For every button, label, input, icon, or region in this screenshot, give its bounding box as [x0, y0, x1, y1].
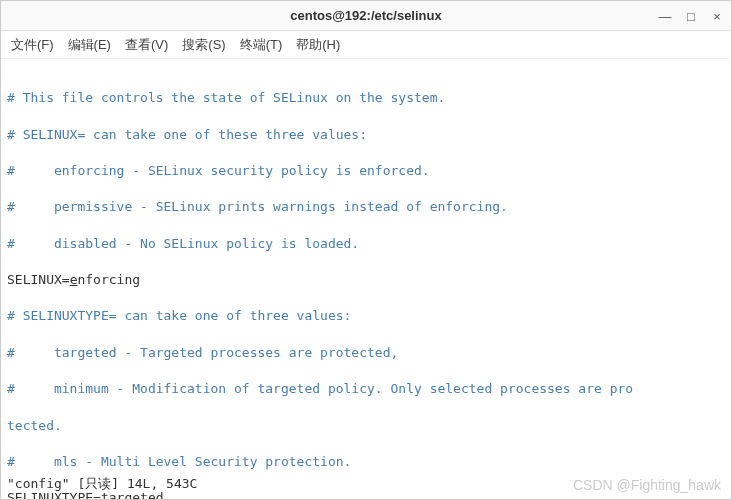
menu-help[interactable]: 帮助(H)	[296, 36, 340, 54]
comment-line: tected.	[7, 418, 62, 433]
file-line: # This file controls the state of SELinu…	[7, 89, 725, 107]
comment-line: # mls - Multi Level Security protection.	[7, 454, 351, 469]
titlebar: centos@192:/etc/selinux — □ ×	[1, 1, 731, 31]
close-button[interactable]: ×	[709, 8, 725, 24]
menu-terminal[interactable]: 终端(T)	[240, 36, 283, 54]
file-line: # SELINUXTYPE= can take one of three val…	[7, 307, 725, 325]
watermark: CSDN @Fighting_hawk	[573, 477, 721, 493]
comment-line: # targeted - Targeted processes are prot…	[7, 345, 398, 360]
config-value: nforcing	[77, 272, 140, 287]
file-line: SELINUX=enforcing	[7, 271, 725, 289]
file-line: # mls - Multi Level Security protection.	[7, 453, 725, 471]
file-line: # SELINUX= can take one of these three v…	[7, 126, 725, 144]
comment-line: # permissive - SELinux prints warnings i…	[7, 199, 508, 214]
maximize-button[interactable]: □	[683, 8, 699, 24]
comment-line: # disabled - No SELinux policy is loaded…	[7, 236, 359, 251]
file-line: # disabled - No SELinux policy is loaded…	[7, 235, 725, 253]
menu-search[interactable]: 搜索(S)	[182, 36, 225, 54]
comment-line: # enforcing - SELinux security policy is…	[7, 163, 430, 178]
window-title: centos@192:/etc/selinux	[290, 8, 441, 23]
comment-line: # This file controls the state of SELinu…	[7, 90, 445, 105]
window-controls: — □ ×	[657, 1, 725, 31]
file-line: # permissive - SELinux prints warnings i…	[7, 198, 725, 216]
file-line: # enforcing - SELinux security policy is…	[7, 162, 725, 180]
comment-line: # SELINUX= can take one of these three v…	[7, 127, 367, 142]
menu-edit[interactable]: 编辑(E)	[68, 36, 111, 54]
menu-file[interactable]: 文件(F)	[11, 36, 54, 54]
vim-status-line: "config" [只读] 14L, 543C	[7, 475, 197, 493]
config-key: SELINUX=	[7, 272, 70, 287]
comment-line: # SELINUXTYPE= can take one of three val…	[7, 308, 351, 323]
menu-view[interactable]: 查看(V)	[125, 36, 168, 54]
terminal-content[interactable]: # This file controls the state of SELinu…	[1, 59, 731, 500]
menubar: 文件(F) 编辑(E) 查看(V) 搜索(S) 终端(T) 帮助(H)	[1, 31, 731, 59]
comment-line: # minimum - Modification of targeted pol…	[7, 381, 633, 396]
file-line: # minimum - Modification of targeted pol…	[7, 380, 725, 398]
file-line: tected.	[7, 417, 725, 435]
minimize-button[interactable]: —	[657, 8, 673, 24]
file-line: # targeted - Targeted processes are prot…	[7, 344, 725, 362]
